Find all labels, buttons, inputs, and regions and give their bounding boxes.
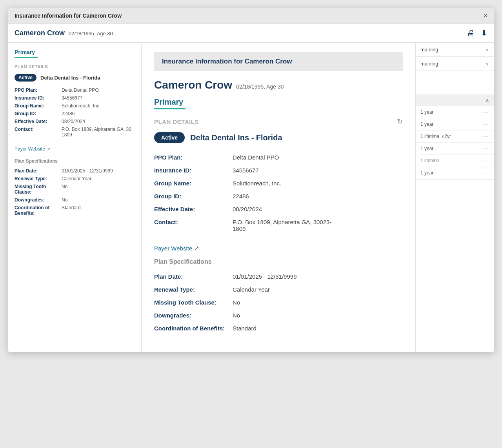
detail-label: Group ID: — [154, 190, 233, 203]
dropdown-remaining-2[interactable]: maining ∨ — [416, 57, 494, 71]
detail-label: Effective Date: — [15, 118, 62, 125]
preview-header-box: Insurance Information for Cameron Crow — [154, 52, 403, 71]
table-row: Missing Tooth Clause:No — [15, 183, 135, 196]
spec-value: No — [233, 309, 403, 322]
detail-label: PPO Plan: — [154, 151, 233, 164]
table-row: Downgrades:No — [15, 196, 135, 204]
detail-value: 34556677 — [233, 164, 403, 177]
print-preview: Insurance Information for Cameron Crow C… — [142, 43, 415, 352]
detail-label: Effective Date: — [154, 203, 233, 216]
right-dropdowns: maining ∨ maining ∨ ∧ 1 year···1 year···… — [415, 43, 494, 352]
benefit-section-header[interactable]: ∧ — [416, 94, 494, 106]
patient-name-bar: Cameron Crow 02/18/1995, Age 30 — [15, 29, 113, 37]
download-button[interactable]: ⬇ — [481, 28, 487, 38]
list-item: 1 year··· — [416, 167, 494, 179]
detail-label: PPO Plan: — [15, 86, 62, 94]
refresh-icon[interactable]: ↻ — [397, 117, 403, 126]
spec-value: No — [233, 296, 403, 309]
preview-specs-table: Plan Date:01/01/2025 - 12/31/9999Renewal… — [154, 270, 403, 335]
dropdown-label-2: maining — [420, 61, 438, 67]
sidebar-specs-table: Plan Date:01/01/2025 - 12/31/9999Renewal… — [15, 167, 135, 217]
spec-value: 01/01/2025 - 12/31/9999 — [233, 270, 403, 283]
table-row: Renewal Type:Calendar Year — [15, 175, 135, 183]
detail-label: Group Name: — [154, 177, 233, 190]
detail-value: P.O. Box 1809, Alpharetta GA, 301809 — [62, 125, 135, 139]
spec-label: Downgrades: — [15, 196, 62, 204]
modal-container: Insurance Information for Cameron Crow ×… — [8, 8, 494, 352]
spec-value: Calendar Year — [233, 283, 403, 296]
detail-value: Delta Dental PPO — [62, 86, 135, 94]
table-row: Coordination of Benefits:Standard — [15, 204, 135, 217]
detail-value: P.O. Box 1809, Alpharetta GA, 30023-1809 — [233, 216, 403, 235]
list-item: 1 year··· — [416, 106, 494, 118]
table-row: Coordination of Benefits:Standard — [154, 322, 403, 335]
preview-underline — [154, 108, 186, 109]
spec-label: Renewal Type: — [15, 175, 62, 183]
modal-header: Insurance Information for Cameron Crow × — [8, 8, 494, 24]
preview-detail-table: PPO Plan:Delta Dental PPOInsurance ID:34… — [154, 151, 403, 235]
benefit-list: 1 year···1 year···1 lifetime, ≤2yr···1 y… — [416, 106, 494, 180]
benefit-value: 1 year — [420, 109, 433, 115]
table-row: Effective Date:08/20/2024 — [15, 118, 135, 125]
patient-name: Cameron Crow — [15, 29, 65, 37]
detail-label: Group Name: — [15, 102, 62, 110]
close-button[interactable]: × — [483, 12, 487, 19]
list-item: 1 year··· — [416, 118, 494, 131]
list-item: 1 lifetime, ≤2yr··· — [416, 131, 494, 143]
table-row: Contact:P.O. Box 1809, Alpharetta GA, 30… — [15, 125, 135, 139]
table-row: PPO Plan:Delta Dental PPO — [154, 151, 403, 164]
spec-value: Standard — [233, 322, 403, 335]
detail-label: Insurance ID: — [154, 164, 233, 177]
spec-label: Renewal Type: — [154, 283, 233, 296]
chevron-down-icon-2: ∨ — [486, 61, 489, 67]
detail-label: Contact: — [15, 125, 62, 139]
detail-value: Solutionreach, Inc. — [62, 102, 135, 110]
preview-header-title: Insurance Information for Cameron Crow — [162, 58, 395, 65]
top-bar: Cameron Crow 02/18/1995, Age 30 🖨 ⬇ — [8, 24, 494, 43]
dots-icon: ··· — [483, 170, 489, 176]
chevron-down-icon-1: ∨ — [486, 47, 489, 53]
print-button[interactable]: 🖨 — [467, 29, 475, 38]
preview-patient-name: Cameron Crow 02/18/1995, Age 30 — [154, 79, 403, 91]
table-row: Missing Tooth Clause:No — [154, 296, 403, 309]
sidebar-section-title: Primary — [15, 49, 135, 55]
chevron-up-icon: ∧ — [486, 98, 489, 103]
spec-value: No — [62, 183, 135, 196]
dots-icon: ··· — [483, 134, 489, 139]
table-row: PPO Plan:Delta Dental PPO — [15, 86, 135, 94]
detail-label: Group ID: — [15, 110, 62, 118]
benefit-value: 1 year — [420, 122, 433, 127]
table-row: Plan Date:01/01/2025 - 12/31/9999 — [154, 270, 403, 283]
dots-icon: ··· — [483, 146, 489, 151]
preview-dob-age: 02/18/1995, Age 30 — [236, 83, 284, 90]
table-row: Group ID:22486 — [154, 190, 403, 203]
sidebar-plan-specs-label: Plan Specifications — [15, 158, 135, 164]
sidebar-payer-link[interactable]: Payer Website ↗ — [15, 146, 51, 152]
dots-icon: ··· — [483, 122, 489, 127]
preview-payer-link[interactable]: Payer Website ↗ — [154, 245, 199, 252]
table-row: Insurance ID:34556677 — [154, 164, 403, 177]
table-row: Contact:P.O. Box 1809, Alpharetta GA, 30… — [154, 216, 403, 235]
dropdown-label-1: maining — [420, 47, 438, 53]
dropdown-remaining-1[interactable]: maining ∨ — [416, 43, 494, 57]
sidebar-detail-table: PPO Plan:Delta Dental PPOInsurance ID:34… — [15, 86, 135, 139]
detail-label: Contact: — [154, 216, 233, 235]
table-row: Group ID:22486 — [15, 110, 135, 118]
sidebar-plan-name: Delta Dental Ins - Florida — [40, 75, 100, 81]
table-row: Group Name:Solutionreach, Inc. — [154, 177, 403, 190]
preview-section-title: Primary — [154, 98, 403, 107]
table-row: Insurance ID:34556677 — [15, 94, 135, 102]
detail-value: 34556677 — [62, 94, 135, 102]
spec-label: Missing Tooth Clause: — [15, 183, 62, 196]
benefit-value: 1 year — [420, 170, 433, 176]
preview-active-badge: Active — [154, 132, 185, 143]
patient-dob-age: 02/18/1995, Age 30 — [69, 31, 113, 36]
detail-value: 08/20/2024 — [233, 203, 403, 216]
sidebar-active-badge: Active — [15, 74, 36, 82]
spec-label: Coordination of Benefits: — [154, 322, 233, 335]
detail-value: 22486 — [62, 110, 135, 118]
preview-external-link-icon: ↗ — [194, 245, 199, 252]
spec-label: Missing Tooth Clause: — [154, 296, 233, 309]
benefit-value: 1 year — [420, 146, 433, 151]
table-row: Effective Date:08/20/2024 — [154, 203, 403, 216]
